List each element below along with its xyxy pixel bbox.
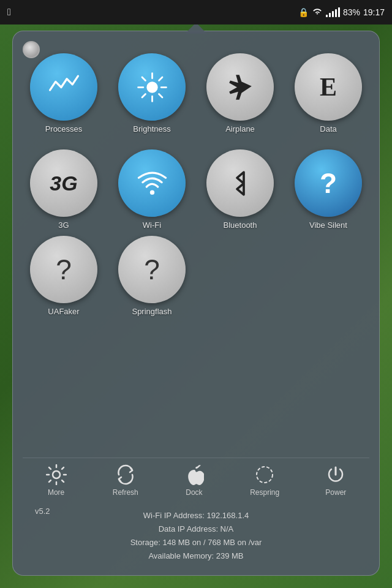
refresh-label: Refresh xyxy=(113,488,138,497)
memory-text: Available Memory: 239 MB xyxy=(23,549,369,563)
bluetooth-button[interactable] xyxy=(206,149,274,217)
springflash-icon: ? xyxy=(144,253,160,286)
vibe-silent-item[interactable]: ? Vibe Silent xyxy=(287,149,369,230)
processes-button[interactable] xyxy=(30,53,97,121)
storage-text: Storage: 148 MB on / 768 MB on /var xyxy=(23,536,369,549)
uafaker-button[interactable]: ? xyxy=(30,236,97,303)
3g-button[interactable]: 3G xyxy=(30,149,97,217)
wifi-ip-text: Wi-Fi IP Address: 192.168.1.4 xyxy=(23,509,369,522)
status-left:  xyxy=(7,7,11,18)
status-bar:  🔒 83% 19:17 xyxy=(0,0,392,24)
airplane-label: Airplane xyxy=(225,124,255,134)
svg-point-0 xyxy=(146,81,157,92)
row2-grid: 3G 3G Wi-Fi Bluetooth xyxy=(23,149,369,230)
respring-item[interactable]: Respring xyxy=(250,464,279,497)
wifi-button[interactable] xyxy=(118,149,186,217)
apple-logo:  xyxy=(7,7,11,18)
brightness-item[interactable]: Brightness xyxy=(111,53,193,134)
signal-bars xyxy=(326,7,340,17)
respring-icon xyxy=(254,464,275,485)
wifi-icon xyxy=(312,8,323,17)
springflash-item[interactable]: ? Springflash xyxy=(111,236,193,316)
svg-point-9 xyxy=(149,190,154,194)
row3-grid: ? UAFaker ? Springflash xyxy=(23,236,369,316)
more-item[interactable]: More xyxy=(46,464,67,497)
apple-icon xyxy=(184,464,204,485)
springflash-button[interactable]: ? xyxy=(118,236,186,303)
dock-item[interactable]: Dock xyxy=(184,464,204,497)
svg-point-10 xyxy=(53,471,60,478)
battery-percent: 83% xyxy=(343,7,360,17)
springflash-label: Springflash xyxy=(132,307,172,316)
bluetooth-label: Bluetooth xyxy=(224,221,257,230)
toolbar: More Refresh Dock Respring xyxy=(23,458,369,500)
data-button[interactable]: E xyxy=(295,53,362,121)
processes-label: Processes xyxy=(45,124,83,134)
airplane-item[interactable]: Airplane xyxy=(199,53,281,134)
more-label: More xyxy=(48,488,64,497)
processes-item[interactable]: Processes xyxy=(23,53,105,134)
power-icon xyxy=(325,464,346,485)
control-panel: Processes Brightness xyxy=(12,31,380,576)
3g-icon: 3G xyxy=(50,172,77,195)
svg-point-11 xyxy=(257,467,273,483)
info-wrapper: v5.2 Wi-Fi IP Address: 192.168.1.4 Data … xyxy=(23,507,369,565)
brightness-label: Brightness xyxy=(133,124,170,134)
refresh-icon xyxy=(115,464,136,485)
power-item[interactable]: Power xyxy=(325,464,346,497)
wifi-item[interactable]: Wi-Fi xyxy=(111,149,193,230)
svg-line-5 xyxy=(142,77,146,81)
uafaker-label: UAFaker xyxy=(48,307,79,316)
info-section: Wi-Fi IP Address: 192.168.1.4 Data IP Ad… xyxy=(23,507,369,565)
uafaker-icon: ? xyxy=(56,253,72,286)
data-icon: E xyxy=(320,72,337,102)
3g-item[interactable]: 3G 3G xyxy=(23,149,105,230)
vibe-silent-label: Vibe Silent xyxy=(309,221,347,230)
lock-icon: 🔒 xyxy=(298,7,309,17)
row1-grid: Processes Brightness xyxy=(23,53,369,134)
respring-label: Respring xyxy=(250,488,279,497)
version-text: v5.2 xyxy=(35,507,50,516)
brightness-button[interactable] xyxy=(118,53,186,121)
vibe-silent-button[interactable]: ? xyxy=(295,149,362,217)
svg-line-8 xyxy=(142,94,146,97)
power-label: Power xyxy=(325,488,346,497)
airplane-button[interactable] xyxy=(206,53,274,121)
gear-icon xyxy=(46,464,67,485)
svg-line-7 xyxy=(159,77,162,81)
dock-label: Dock xyxy=(186,488,202,497)
refresh-item[interactable]: Refresh xyxy=(113,464,138,497)
data-ip-text: Data IP Address: N/A xyxy=(23,522,369,536)
bluetooth-item[interactable]: Bluetooth xyxy=(199,149,281,230)
3g-label: 3G xyxy=(58,221,69,230)
data-item[interactable]: E Data xyxy=(287,53,369,134)
toggle-dot[interactable] xyxy=(23,41,40,58)
time-display: 19:17 xyxy=(363,7,385,17)
data-label: Data xyxy=(320,124,336,134)
status-right: 🔒 83% 19:17 xyxy=(298,7,385,17)
wifi-label: Wi-Fi xyxy=(143,221,161,230)
vibe-silent-icon: ? xyxy=(320,167,337,200)
uafaker-item[interactable]: ? UAFaker xyxy=(23,236,105,316)
svg-line-6 xyxy=(159,94,162,97)
